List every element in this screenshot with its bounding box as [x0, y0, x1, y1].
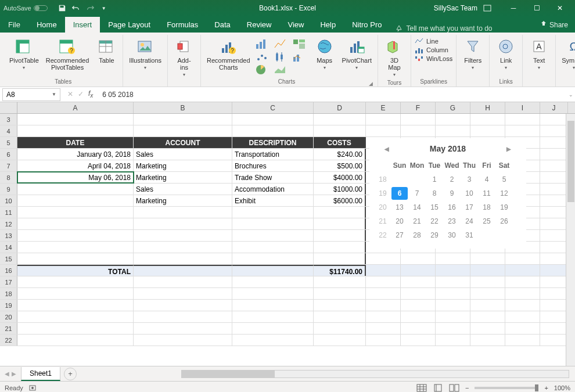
- ribbon-display-icon[interactable]: [483, 5, 491, 12]
- cell[interactable]: DESCRIPTION: [232, 137, 314, 148]
- close-icon[interactable]: ✕: [548, 0, 572, 16]
- cell[interactable]: [232, 253, 314, 264]
- cell[interactable]: [505, 335, 540, 346]
- cell[interactable]: [401, 253, 436, 264]
- cell[interactable]: [17, 207, 134, 218]
- cell[interactable]: [470, 300, 505, 311]
- fx-icon[interactable]: fx: [88, 89, 93, 99]
- calendar-day[interactable]: 19: [496, 201, 512, 214]
- calendar-day[interactable]: 5: [496, 173, 512, 186]
- date-picker[interactable]: ◀ May 2018 ▶ SunMonTueWedThuFriSat181234…: [369, 138, 526, 249]
- cell[interactable]: Sales: [134, 184, 232, 195]
- column-header[interactable]: D: [314, 102, 366, 113]
- calendar-day[interactable]: 6: [391, 187, 408, 200]
- bar-chart-icon[interactable]: [255, 38, 272, 50]
- cell[interactable]: [17, 311, 134, 322]
- page-layout-tab[interactable]: Page Layout: [100, 17, 159, 33]
- cell[interactable]: [401, 114, 436, 125]
- cell[interactable]: [17, 230, 134, 241]
- combo-chart-icon[interactable]: [292, 51, 310, 63]
- column-header[interactable]: B: [134, 102, 232, 113]
- cell[interactable]: [314, 276, 366, 287]
- zoom-in-icon[interactable]: +: [544, 384, 548, 391]
- cell[interactable]: [134, 335, 232, 346]
- calendar-day[interactable]: 15: [426, 201, 443, 214]
- cell[interactable]: [314, 323, 366, 334]
- cell[interactable]: [540, 288, 568, 299]
- cell[interactable]: Accommodation: [232, 184, 314, 195]
- cell[interactable]: [366, 253, 401, 264]
- row-header[interactable]: 20: [0, 311, 17, 322]
- column-header[interactable]: F: [401, 102, 436, 113]
- sheet-nav-prev-icon[interactable]: ◀: [5, 371, 9, 377]
- cell[interactable]: [232, 300, 314, 311]
- calendar-day[interactable]: 29: [426, 229, 443, 242]
- cell[interactable]: [134, 230, 232, 241]
- cell[interactable]: Marketing: [134, 195, 232, 206]
- cell[interactable]: [134, 265, 232, 276]
- calendar-day[interactable]: 25: [479, 215, 495, 228]
- cell[interactable]: [366, 288, 401, 299]
- column-header[interactable]: H: [470, 102, 505, 113]
- cell[interactable]: [314, 218, 366, 229]
- cell[interactable]: [314, 114, 366, 125]
- cell[interactable]: [134, 242, 232, 253]
- cell[interactable]: Marketing: [134, 172, 232, 183]
- page-break-view-icon[interactable]: [449, 384, 459, 392]
- charts-dialog-launcher-icon[interactable]: ◢: [369, 81, 373, 87]
- insert-tab[interactable]: Insert: [65, 17, 100, 33]
- row-header[interactable]: 4: [0, 125, 17, 136]
- name-box[interactable]: A8▼: [2, 88, 60, 101]
- cell[interactable]: [134, 300, 232, 311]
- cell[interactable]: Trade Show: [232, 172, 314, 183]
- pie-chart-icon[interactable]: [255, 64, 272, 75]
- expand-formula-icon[interactable]: ⌄: [567, 92, 575, 98]
- cell[interactable]: [232, 207, 314, 218]
- cell[interactable]: [366, 335, 401, 346]
- calendar-day[interactable]: 4: [479, 173, 495, 186]
- cell[interactable]: [232, 125, 314, 136]
- cell[interactable]: [436, 276, 470, 287]
- tell-me-search[interactable]: Tell me what you want to do: [394, 24, 492, 33]
- cell[interactable]: [540, 184, 568, 195]
- cell[interactable]: [134, 253, 232, 264]
- cell[interactable]: [17, 218, 134, 229]
- cell[interactable]: [366, 125, 401, 136]
- cell[interactable]: [366, 265, 401, 276]
- page-layout-view-icon[interactable]: [433, 384, 443, 392]
- calendar-day[interactable]: 28: [409, 229, 425, 242]
- cell[interactable]: Transportation: [232, 149, 314, 160]
- save-icon[interactable]: [58, 4, 66, 12]
- cell[interactable]: Brochures: [232, 160, 314, 171]
- row-header[interactable]: 16: [0, 265, 17, 276]
- home-tab[interactable]: Home: [28, 17, 65, 33]
- cell[interactable]: [470, 288, 505, 299]
- next-month-icon[interactable]: ▶: [506, 146, 511, 152]
- undo-icon[interactable]: [72, 4, 80, 12]
- cell[interactable]: [232, 323, 314, 334]
- column-header[interactable]: A: [17, 102, 134, 113]
- cell[interactable]: [366, 323, 401, 334]
- calendar-day[interactable]: 18: [479, 201, 495, 214]
- cell[interactable]: $240.00: [314, 149, 366, 160]
- horizontal-scrollbar[interactable]: [181, 370, 569, 378]
- cell[interactable]: [540, 137, 568, 148]
- cell[interactable]: [232, 276, 314, 287]
- cell[interactable]: [401, 335, 436, 346]
- cell[interactable]: [436, 114, 470, 125]
- cell[interactable]: [470, 335, 505, 346]
- column-header[interactable]: J: [540, 102, 568, 113]
- row-header[interactable]: 17: [0, 276, 17, 287]
- cell[interactable]: [314, 288, 366, 299]
- formula-input[interactable]: 6 05 2018: [99, 89, 567, 100]
- cell[interactable]: [470, 265, 505, 276]
- cell[interactable]: [314, 207, 366, 218]
- stat-chart-icon[interactable]: [274, 51, 291, 63]
- calendar-day[interactable]: 8: [426, 187, 443, 200]
- calendar-day[interactable]: 23: [444, 215, 460, 228]
- cell[interactable]: [470, 253, 505, 264]
- cell[interactable]: [540, 265, 568, 276]
- cell[interactable]: [134, 218, 232, 229]
- cell[interactable]: [366, 276, 401, 287]
- cell[interactable]: [540, 195, 568, 206]
